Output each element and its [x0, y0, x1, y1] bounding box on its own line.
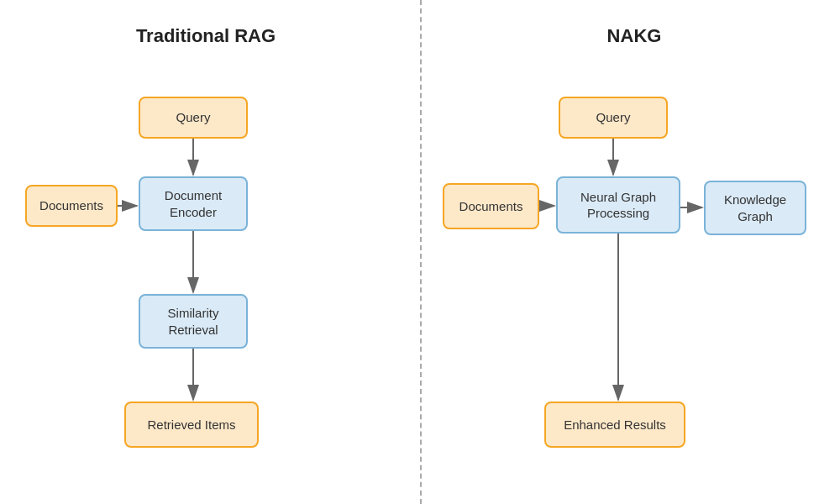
left-documents-box: Documents	[25, 185, 118, 227]
left-similarity-box: SimilarityRetrieval	[139, 294, 248, 349]
diagram-container: Traditional RAG NAKG Query Documents Doc…	[0, 0, 840, 504]
divider	[420, 0, 422, 504]
left-query-box: Query	[139, 97, 248, 139]
right-enhanced-box: Enhanced Results	[544, 402, 685, 448]
right-knowledge-box: KnowledgeGraph	[704, 181, 806, 235]
right-title: NAKG	[607, 25, 662, 46]
left-retrieved-box: Retrieved Items	[124, 402, 259, 448]
right-neural-box: Neural GraphProcessing	[556, 176, 680, 234]
right-query-box: Query	[559, 97, 668, 139]
left-title: Traditional RAG	[136, 25, 276, 46]
left-encoder-box: DocumentEncoder	[139, 176, 248, 231]
right-documents-box: Documents	[443, 183, 539, 229]
